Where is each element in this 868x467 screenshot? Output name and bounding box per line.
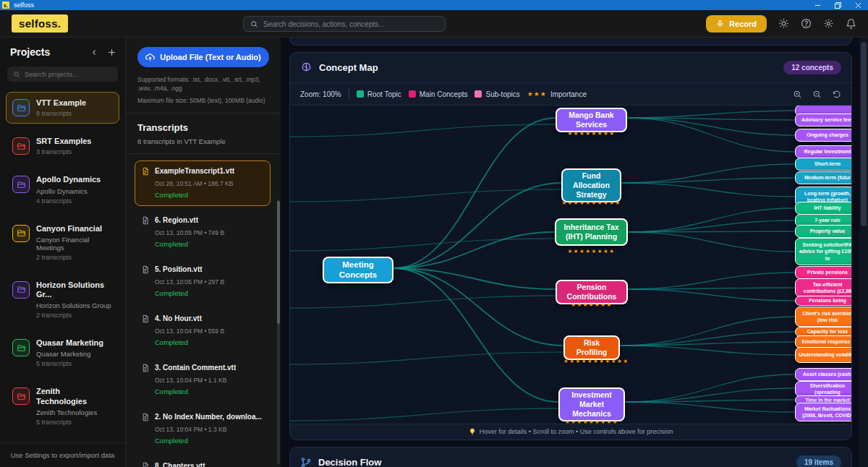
transcript-name: 5. Position.vtt	[155, 265, 203, 273]
sub-topic-node[interactable]: Short-term	[795, 158, 851, 171]
settings-gear-icon[interactable]	[823, 18, 834, 29]
sub-topic-node[interactable]: Ongoing charges	[795, 129, 851, 142]
help-icon[interactable]	[801, 18, 812, 29]
transcript-status: Completed	[155, 338, 264, 346]
add-project-icon[interactable]	[107, 48, 116, 57]
transcript-name: 6. Region.vtt	[155, 216, 198, 224]
folder-icon	[12, 281, 30, 299]
transcript-meta: Oct 28, 10:51 AM • 186.7 KB	[155, 180, 264, 187]
main-concept-node[interactable]: Mango Bank Services	[556, 108, 627, 132]
transcript-item[interactable]: 4. No Hour.vtt Oct 13, 10:04 PM • 559 B …	[135, 308, 271, 354]
sub-topic-node[interactable]: Regular investment	[795, 145, 851, 158]
transcript-name: 4. No Hour.vtt	[155, 314, 202, 322]
folder-icon	[12, 99, 30, 116]
project-name: Apollo Dynamics	[36, 175, 101, 184]
sub-topic-node[interactable]: Market fluctuations (2008, Brexit, COVID…	[795, 403, 851, 421]
sub-topic-node[interactable]: Advisory service fees	[795, 113, 851, 127]
transcript-item[interactable]: 5. Position.vtt Oct 13, 10:05 PM • 297 B…	[135, 259, 271, 304]
git-branch-icon	[300, 457, 312, 467]
concept-map-title: Concept Map	[319, 62, 378, 73]
main-concept-node[interactable]: Inheritance Tax (IHT) Planning	[555, 218, 628, 246]
transcript-item[interactable]: ExampleTranscript1.vtt Oct 28, 10:51 AM …	[135, 160, 271, 206]
project-name: Canyon Financial	[36, 224, 113, 234]
sub-topic-node[interactable]: Medium-term (futur	[795, 171, 851, 184]
sub-topic-node[interactable]: Property value	[795, 225, 851, 238]
project-item[interactable]: Zenith Technologies Zenith Technologies …	[6, 380, 119, 432]
transcript-item[interactable]: 3. Contain Comment.vtt Oct 13, 10:04 PM …	[135, 357, 271, 403]
transcript-status: Completed	[155, 191, 264, 199]
global-search-input[interactable]	[263, 20, 438, 28]
importance-stars: ★★★★★★★★	[556, 130, 627, 137]
maximize-button[interactable]	[827, 0, 848, 10]
minimize-button[interactable]	[807, 0, 827, 10]
project-search[interactable]	[7, 67, 118, 82]
project-name: VTT Example	[36, 98, 86, 108]
transcript-item[interactable]: 8. Chapters.vtt Oct 13, 10:02 PM • 320 B…	[135, 455, 271, 467]
brain-icon	[300, 61, 312, 74]
main-concept-node[interactable]: Fund Allocation Strategy	[561, 168, 621, 202]
project-item[interactable]: SRT Examples 3 transcripts	[6, 130, 119, 162]
project-count: 3 transcripts	[36, 148, 91, 155]
folder-icon	[12, 339, 30, 356]
global-search[interactable]	[243, 16, 446, 32]
decision-flow-card: Decision Flow 19 items	[289, 447, 852, 467]
transcript-name: 2. No Index Number, downloa...	[155, 413, 262, 421]
file-icon	[141, 462, 150, 467]
sub-topic-node[interactable]: Seeking solicitor/IFA advice for gifting…	[795, 238, 851, 265]
legend-sub-topics: Sub-topics	[475, 90, 519, 98]
project-subtitle: Zenith Technologies	[36, 408, 113, 416]
folder-icon	[12, 225, 30, 242]
transcript-item[interactable]: 6. Region.vtt Oct 13, 10:05 PM • 749 B C…	[135, 210, 271, 255]
transcript-item[interactable]: 2. No Index Number, downloa... Oct 13, 1…	[135, 406, 271, 452]
sub-topic-node[interactable]: Understanding volatility	[795, 347, 851, 363]
transcript-status: Completed	[155, 437, 264, 445]
selfoss-logo: selfoss.	[12, 14, 68, 33]
upload-file-label: Upload File (Text or Audio)	[160, 53, 260, 61]
folder-icon	[12, 176, 30, 193]
transcript-meta: Oct 13, 10:04 PM • 1.1 KB	[155, 377, 264, 384]
items-count-badge: 19 items	[796, 455, 841, 467]
sub-topic-node[interactable]: Client's risk aversion (low risk	[795, 307, 851, 327]
notifications-bell-icon[interactable]	[846, 18, 856, 29]
upload-file-button[interactable]: Upload File (Text or Audio)	[137, 47, 269, 67]
file-icon	[141, 265, 150, 274]
theme-toggle-icon[interactable]	[778, 18, 789, 29]
close-button[interactable]	[848, 0, 868, 10]
project-count: 5 transcripts	[36, 419, 113, 426]
reset-view-icon[interactable]	[832, 90, 841, 99]
sub-topic-node[interactable]: Diversification (spreading	[795, 381, 851, 397]
zoom-out-icon[interactable]	[812, 90, 822, 99]
concept-map-canvas[interactable]: Meeting ConceptsMango Bank Services★★★★★…	[290, 106, 851, 424]
project-item[interactable]: VTT Example 8 transcripts	[6, 92, 119, 124]
root-node[interactable]: Meeting Concepts	[323, 257, 393, 283]
zoom-in-icon[interactable]	[793, 90, 802, 99]
window-scrollbar[interactable]	[859, 38, 868, 467]
upload-cloud-icon	[145, 53, 155, 62]
transcript-status: Completed	[155, 240, 264, 248]
transcripts-scrollbar[interactable]	[277, 200, 280, 464]
collapse-sidebar-icon[interactable]	[90, 48, 98, 56]
project-subtitle: Quasar Marketing	[36, 350, 103, 358]
app-icon: s.	[2, 1, 9, 9]
project-item[interactable]: Horizon Solutions Gr... Horizon Solution…	[6, 274, 119, 325]
projects-sidebar: Projects VTT Example 8 transcripts SRT E…	[0, 38, 126, 467]
project-item[interactable]: Quasar Marketing Quasar Marketing 5 tran…	[6, 332, 119, 374]
sub-topic-node[interactable]: Private pensions	[795, 266, 851, 279]
importance-stars: ★★★★★★★★★	[558, 419, 625, 424]
projects-list: VTT Example 8 transcripts SRT Examples 3…	[0, 86, 125, 442]
main-concept-node[interactable]: Investment Market Mechanics	[558, 387, 625, 421]
project-count: 5 transcripts	[36, 360, 103, 367]
importance-stars-icon: ★★★	[527, 90, 547, 98]
sub-topic-node[interactable]: IHT liability	[795, 202, 851, 215]
sub-topic-node[interactable]: Pensions being	[795, 296, 851, 306]
project-item[interactable]: Apollo Dynamics Apollo Dynamics 4 transc…	[6, 168, 119, 210]
main-concept-node[interactable]: Risk Profiling	[563, 335, 620, 360]
sub-topic-node[interactable]: Tax-efficient contributions (£2,88	[795, 278, 851, 297]
project-search-input[interactable]	[25, 70, 112, 78]
project-item[interactable]: Canyon Financial Canyon Financial Meetin…	[6, 218, 119, 267]
project-name: SRT Examples	[36, 137, 91, 146]
transcript-name: 3. Contain Comment.vtt	[155, 364, 236, 372]
transcript-meta: Oct 13, 10:04 PM • 1.3 KB	[155, 426, 264, 433]
record-button[interactable]: Record	[706, 15, 767, 33]
sub-topic-node[interactable]: Asset classes (cash,	[795, 368, 851, 381]
